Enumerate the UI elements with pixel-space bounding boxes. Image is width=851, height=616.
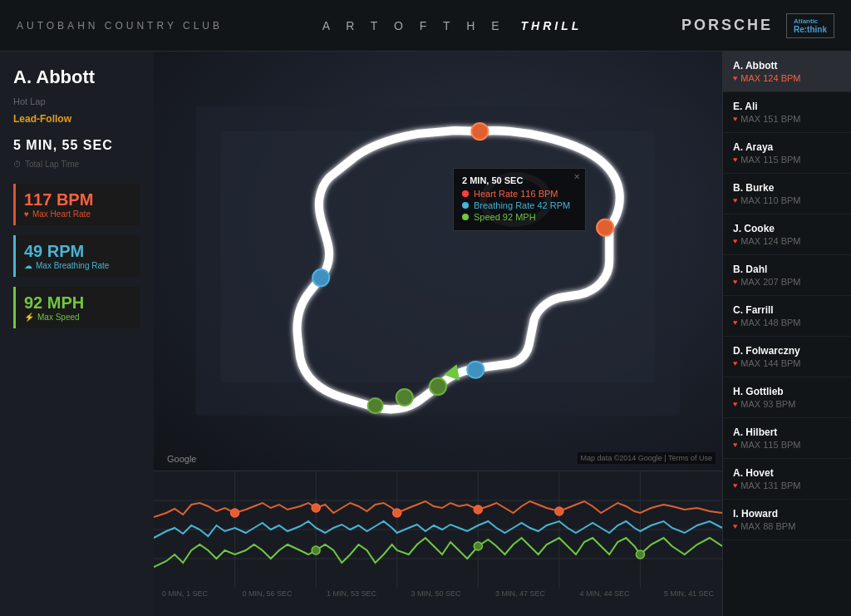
driver-list-name: E. Ali (733, 101, 841, 112)
driver-list-item[interactable]: E. Ali♥ MAX 151 BPM (723, 92, 851, 133)
map-area: ✕ 2 MIN, 50 SEC Heart Rate 116 BPM Breat… (154, 52, 722, 471)
svg-point-23 (393, 509, 401, 517)
chart-area: 0 MIN, 1 SEC 0 MIN, 56 SEC 1 MIN, 53 SEC… (154, 471, 722, 616)
driver-list-item[interactable]: A. Hilbert♥ MAX 115 BPM (723, 418, 851, 459)
driver-list-stat: ♥ MAX 124 BPM (733, 73, 841, 83)
svg-point-4 (597, 219, 613, 236)
tooltip-close[interactable]: ✕ (573, 172, 580, 181)
driver-list-name: H. Gottlieb (733, 386, 841, 397)
atlantic-text: Atlantic (794, 17, 827, 25)
lap-type: Hot Lap (13, 96, 140, 106)
heart-icon-small: ♥ (733, 115, 737, 123)
header-title: A R T O F T H E ThRill (322, 19, 583, 32)
chart-label-1: 0 MIN, 56 SEC (242, 589, 292, 598)
rethink-text: Re:Re:thinkthink (794, 25, 827, 34)
map-tooltip: ✕ 2 MIN, 50 SEC Heart Rate 116 BPM Breat… (453, 168, 586, 231)
svg-point-21 (231, 509, 239, 517)
driver-list-name: A. Abbott (733, 60, 841, 71)
thrill-text: ThRill (521, 19, 583, 32)
header-logos: PORSCHE Atlantic Re:Re:thinkthink (681, 13, 834, 38)
driver-list-item[interactable]: B. Burke♥ MAX 110 BPM (723, 174, 851, 214)
chart-label-4: 3 MIN, 47 SEC (495, 589, 545, 598)
venue-name: Autobahn Country Club (17, 20, 223, 32)
header: Autobahn Country Club A R T O F T H E Th… (0, 0, 851, 52)
driver-list-name: A. Araya (733, 141, 841, 153)
google-watermark: Google (167, 454, 196, 464)
heart-rate-box: 117 BPM ♥ Max Heart Rate (13, 184, 140, 225)
svg-point-6 (467, 362, 484, 378)
center-panel: ✕ 2 MIN, 50 SEC Heart Rate 116 BPM Breat… (154, 52, 722, 616)
svg-point-3 (471, 123, 488, 140)
driver-list-item[interactable]: A. Hovet♥ MAX 131 BPM (723, 459, 851, 500)
header-pre-text: A R T O F T H E (322, 19, 506, 32)
driver-list-name: C. Farrill (733, 304, 841, 316)
heart-icon-small: ♥ (733, 359, 737, 367)
driver-list-stat: ♥ MAX 151 BPM (733, 114, 841, 124)
tooltip-heart-dot (462, 190, 469, 197)
heart-icon: ♥ (24, 209, 29, 219)
driver-list-item[interactable]: J. Cooke♥ MAX 124 BPM (723, 214, 851, 255)
driver-list-stat: ♥ MAX 144 BPM (733, 358, 841, 368)
chart-label-6: 5 MIN, 41 SEC (664, 589, 714, 598)
driver-list-stat: ♥ MAX 115 BPM (733, 440, 841, 450)
driver-list-item[interactable]: B. Dahl♥ MAX 207 BPM (723, 255, 851, 296)
svg-point-8 (396, 389, 413, 406)
svg-point-5 (312, 269, 329, 286)
heart-rate-label: ♥ Max Heart Rate (24, 209, 132, 219)
tooltip-speed-value: Speed 92 MPH (474, 212, 536, 222)
driver-list-item[interactable]: C. Farrill♥ MAX 148 BPM (723, 296, 851, 337)
porsche-logo: PORSCHE (681, 17, 773, 34)
driver-list-item[interactable]: H. Gottlieb♥ MAX 93 BPM (723, 377, 851, 418)
driver-list-stat: ♥ MAX 124 BPM (733, 236, 841, 246)
heart-icon-small: ♥ (733, 74, 737, 82)
main-layout: A. Abbott Hot Lap Lead-Follow 5 MIN, 55 … (0, 52, 851, 616)
driver-list-stat: ♥ MAX 148 BPM (733, 318, 841, 328)
chart-svg (154, 471, 722, 588)
heart-icon-small: ♥ (733, 318, 737, 327)
lap-time: 5 MIN, 55 SEC (13, 138, 140, 153)
heart-rate-value: 117 BPM (24, 190, 132, 209)
tooltip-breath-row: Breathing Rate 42 RPM (462, 200, 577, 210)
speed-icon: ⚡ (24, 313, 34, 322)
heart-icon-small: ♥ (733, 155, 737, 164)
driver-list-item[interactable]: A. Abbott♥ MAX 124 BPM (723, 52, 851, 92)
lap-time-sub: ⏱ Total Lap Time (13, 160, 140, 169)
heart-icon-small: ♥ (733, 481, 737, 490)
driver-list-name: I. Howard (733, 508, 841, 520)
svg-point-25 (555, 507, 563, 515)
chart-label-0: 0 MIN, 1 SEC (162, 589, 208, 598)
breathing-rate-value: 49 RPM (24, 242, 132, 261)
driver-list-item[interactable]: I. Howard♥ MAX 88 BPM (723, 500, 851, 540)
driver-list-stat: ♥ MAX 88 BPM (733, 521, 841, 531)
svg-point-7 (430, 378, 446, 395)
driver-list-item[interactable]: D. Folwarczny♥ MAX 144 BPM (723, 337, 851, 377)
driver-list-name: D. Folwarczny (733, 345, 841, 357)
tooltip-time: 2 MIN, 50 SEC (462, 175, 577, 185)
heart-icon-small: ♥ (733, 237, 737, 245)
driver-list-stat: ♥ MAX 115 BPM (733, 155, 841, 165)
rethink-logo: Atlantic Re:Re:thinkthink (786, 13, 834, 38)
driver-list-name: B. Dahl (733, 264, 841, 275)
driver-list-item[interactable]: A. Araya♥ MAX 115 BPM (723, 133, 851, 174)
tooltip-heart-value: Heart Rate 116 BPM (474, 189, 558, 199)
svg-point-27 (474, 542, 482, 550)
driver-name: A. Abbott (13, 67, 140, 88)
right-panel: A. Abbott♥ MAX 124 BPME. Ali♥ MAX 151 BP… (722, 52, 851, 616)
svg-point-28 (636, 550, 644, 559)
driver-list-stat: ♥ MAX 131 BPM (733, 480, 841, 490)
driver-list-name: B. Burke (733, 182, 841, 194)
heart-icon-small: ♥ (733, 522, 737, 530)
chart-labels: 0 MIN, 1 SEC 0 MIN, 56 SEC 1 MIN, 53 SEC… (154, 588, 722, 599)
driver-list-name: J. Cooke (733, 223, 841, 234)
svg-point-9 (368, 398, 383, 413)
tooltip-speed-dot (462, 214, 469, 220)
speed-label: ⚡ Max Speed (24, 313, 132, 322)
left-panel: A. Abbott Hot Lap Lead-Follow 5 MIN, 55 … (0, 52, 154, 616)
driver-list-stat: ♥ MAX 93 BPM (733, 399, 841, 409)
driver-list-name: A. Hilbert (733, 426, 841, 438)
driver-list-stat: ♥ MAX 110 BPM (733, 195, 841, 205)
lap-mode: Lead-Follow (13, 113, 140, 125)
chart-label-5: 4 MIN, 44 SEC (579, 589, 629, 598)
heart-icon-small: ♥ (733, 196, 737, 205)
tooltip-breath-dot (462, 202, 469, 209)
